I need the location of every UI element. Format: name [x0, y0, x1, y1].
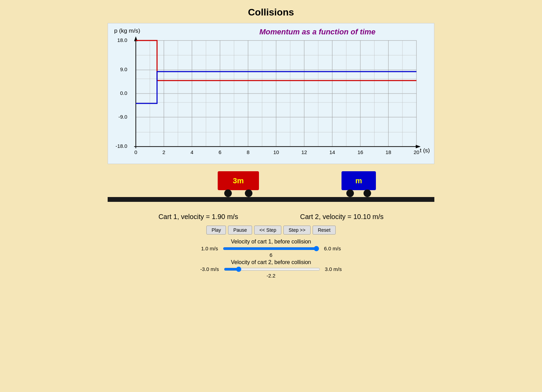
slider2-max-label: 3.0 m/s [325, 266, 342, 272]
slider2-group: Velocity of cart 2, before collision -3.… [200, 259, 342, 279]
velocity-row: Cart 1, velocity = 1.90 m/s Cart 2, velo… [159, 213, 384, 221]
svg-text:14: 14 [329, 149, 335, 155]
slider1-row: 1.0 m/s 6.0 m/s [201, 246, 341, 251]
cart2-wheels [342, 189, 376, 197]
slider1-value: 6 [270, 252, 272, 258]
chart-svg: 18.0 9.0 0.0 -9.0 -18.0 0 2 4 6 8 10 12 … [108, 23, 434, 164]
svg-text:2: 2 [162, 149, 165, 155]
cart2-wheel-right [364, 189, 371, 197]
cart2-label: m [355, 176, 362, 185]
cart2-wheel-left [346, 189, 354, 197]
svg-text:0: 0 [134, 149, 137, 155]
cart1-wheel-right [245, 189, 252, 197]
slider1-min-label: 1.0 m/s [201, 246, 218, 251]
slider2-input[interactable] [224, 266, 320, 272]
track-area: 3m m [108, 167, 434, 209]
slider1-max-label: 6.0 m/s [324, 246, 341, 251]
play-button[interactable]: Play [206, 226, 226, 235]
cart1-body: 3m [218, 171, 259, 190]
slider1-label: Velocity of cart 1, before collision [231, 239, 311, 245]
slider2-value: -2.2 [267, 273, 275, 279]
cart2-body: m [342, 171, 376, 190]
slider2-row: -3.0 m/s 3.0 m/s [200, 266, 342, 272]
cart1-velocity: Cart 1, velocity = 1.90 m/s [159, 213, 238, 221]
cart2-velocity: Cart 2, velocity = 10.10 m/s [300, 213, 383, 221]
cart1-wheels [218, 189, 259, 197]
svg-text:0.0: 0.0 [120, 90, 127, 96]
cart1-label: 3m [233, 176, 244, 185]
step-back-button[interactable]: << Step [254, 226, 281, 235]
svg-text:16: 16 [357, 149, 363, 155]
cart2: m [342, 171, 376, 197]
svg-text:10: 10 [273, 149, 279, 155]
svg-text:9.0: 9.0 [120, 66, 127, 72]
svg-text:-9.0: -9.0 [118, 114, 127, 120]
controls-row: Play Pause << Step Step >> Reset [206, 226, 336, 235]
svg-text:6: 6 [219, 149, 221, 155]
svg-text:4: 4 [191, 149, 193, 155]
cart1: 3m [218, 171, 259, 197]
slider2-label: Velocity of cart 2, before collision [231, 259, 311, 265]
svg-text:18.0: 18.0 [117, 37, 127, 43]
slider2-min-label: -3.0 m/s [200, 266, 219, 272]
svg-marker-33 [416, 145, 421, 148]
reset-button[interactable]: Reset [313, 226, 336, 235]
svg-text:18: 18 [386, 149, 391, 155]
svg-text:20: 20 [414, 149, 420, 155]
svg-text:-18.0: -18.0 [116, 143, 127, 149]
svg-text:12: 12 [301, 149, 307, 155]
chart-area: Momentum as a function of time p (kg m/s… [108, 23, 434, 164]
step-fwd-button[interactable]: Step >> [283, 226, 311, 235]
page-title: Collisions [248, 7, 294, 18]
pause-button[interactable]: Pause [228, 226, 252, 235]
svg-text:8: 8 [247, 149, 249, 155]
cart1-wheel-left [224, 189, 232, 197]
slider1-input[interactable] [223, 246, 319, 251]
slider1-group: Velocity of cart 1, before collision 1.0… [201, 239, 341, 258]
sliders-section: Velocity of cart 1, before collision 1.0… [200, 239, 342, 279]
track-ground [108, 197, 434, 202]
